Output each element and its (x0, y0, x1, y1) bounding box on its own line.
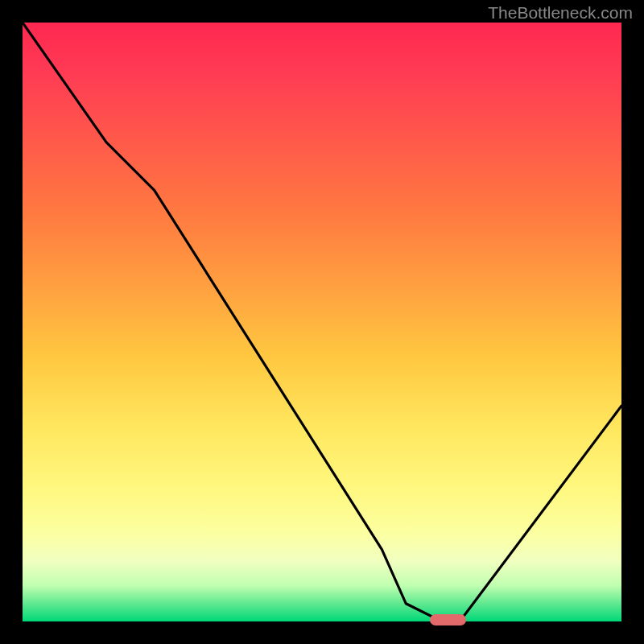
chart-plot-area (23, 23, 621, 621)
watermark-text: TheBottleneck.com (488, 3, 633, 23)
optimal-marker (430, 614, 466, 625)
bottleneck-curve (23, 23, 621, 621)
